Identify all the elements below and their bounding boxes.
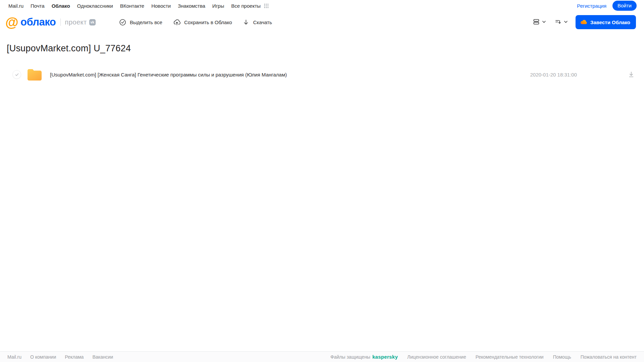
get-cloud-button[interactable]: Завести Облако: [576, 15, 636, 29]
nav-igry[interactable]: Игры: [212, 3, 224, 9]
cloud-icon: [580, 19, 587, 25]
kaspersky-protection: Файлы защищены kaspersky: [331, 354, 398, 360]
chevron-down-icon: [542, 19, 546, 25]
nav-mailru[interactable]: Mail.ru: [8, 3, 23, 9]
footer: Mail.ru О компании Реклама Вакансии Файл…: [0, 351, 644, 362]
check-icon: [15, 72, 19, 77]
footer-recommendation-link[interactable]: Рекомендательные технологии: [476, 354, 544, 360]
save-to-cloud-button[interactable]: Сохранить в Облако: [173, 19, 232, 26]
sort-dropdown[interactable]: [554, 17, 569, 28]
file-row[interactable]: [UsupovMarket.com] [Женская Санга] Генет…: [0, 66, 644, 83]
registration-link[interactable]: Регистрация: [577, 3, 606, 9]
nav-oblako[interactable]: Облако: [52, 3, 70, 9]
file-date: 2020-01-20 18:31:00: [530, 72, 577, 77]
main-content: [UsupovMarket.com] U_77624: [0, 43, 644, 83]
nav-vse-proekty[interactable]: Все проекты: [231, 3, 261, 9]
cloud-header: @ облако проект vk Выделить все Сохранит…: [0, 11, 644, 33]
row-checkbox[interactable]: [12, 70, 21, 79]
mailru-at-icon: @: [5, 15, 18, 29]
login-button[interactable]: Войти: [612, 1, 637, 11]
select-all-label: Выделить все: [130, 19, 162, 25]
view-mode-icon: [533, 18, 540, 27]
save-to-cloud-label: Сохранить в Облако: [184, 19, 232, 25]
auth-controls: Регистрация Войти: [577, 1, 637, 11]
get-cloud-label: Завести Облако: [590, 19, 630, 25]
download-underline-icon: [628, 71, 635, 78]
footer-ads-link[interactable]: Реклама: [65, 354, 84, 360]
footer-license-link[interactable]: Лицензионное соглашение: [407, 354, 466, 360]
nav-pochta[interactable]: Почта: [31, 3, 45, 9]
download-arrow-icon: [243, 19, 249, 26]
download-button[interactable]: Скачать: [243, 19, 272, 26]
nav-odnoklassniki[interactable]: Одноклассники: [77, 3, 113, 9]
project-label: проект: [65, 18, 87, 26]
nav-vkontakte[interactable]: ВКонтакте: [120, 3, 144, 9]
footer-help-link[interactable]: Помощь: [553, 354, 571, 360]
view-mode-dropdown[interactable]: [532, 17, 547, 28]
logo-divider: [60, 18, 61, 26]
nav-novosti[interactable]: Новости: [151, 3, 171, 9]
cloud-upload-icon: [173, 19, 181, 26]
apps-grid-icon[interactable]: [263, 3, 269, 9]
row-download-button[interactable]: [627, 70, 635, 79]
footer-jobs-link[interactable]: Вакансии: [92, 354, 113, 360]
chevron-down-icon: [563, 19, 568, 25]
footer-right: Файлы защищены kaspersky Лицензионное со…: [331, 354, 637, 360]
file-name-link[interactable]: [UsupovMarket.com] [Женская Санга] Генет…: [50, 72, 287, 77]
protected-label: Файлы защищены: [331, 354, 370, 360]
footer-mailru-link[interactable]: Mail.ru: [7, 354, 21, 360]
page-title: [UsupovMarket.com] U_77624: [7, 43, 644, 54]
cloud-logo[interactable]: @ облако проект vk: [5, 15, 96, 29]
file-list: [UsupovMarket.com] [Женская Санга] Генет…: [0, 66, 644, 83]
check-circle-icon: [119, 19, 126, 26]
sort-icon: [554, 18, 562, 27]
portal-nav: Mail.ru Почта Облако Одноклассники ВКонт…: [0, 0, 644, 11]
download-label: Скачать: [253, 19, 272, 25]
cloud-logo-text: облако: [20, 16, 56, 28]
footer-report-link[interactable]: Пожаловаться на контент: [581, 354, 637, 360]
footer-about-link[interactable]: О компании: [30, 354, 56, 360]
folder-icon[interactable]: [27, 68, 42, 81]
select-all-button[interactable]: Выделить все: [119, 19, 162, 26]
kaspersky-logo[interactable]: kaspersky: [372, 354, 398, 360]
nav-znakomstva[interactable]: Знакомства: [178, 3, 205, 9]
toolbar: Выделить все Сохранить в Облако Скачать: [119, 19, 272, 26]
header-right-controls: Завести Облако: [532, 15, 636, 29]
vk-badge-icon: vk: [89, 19, 96, 25]
